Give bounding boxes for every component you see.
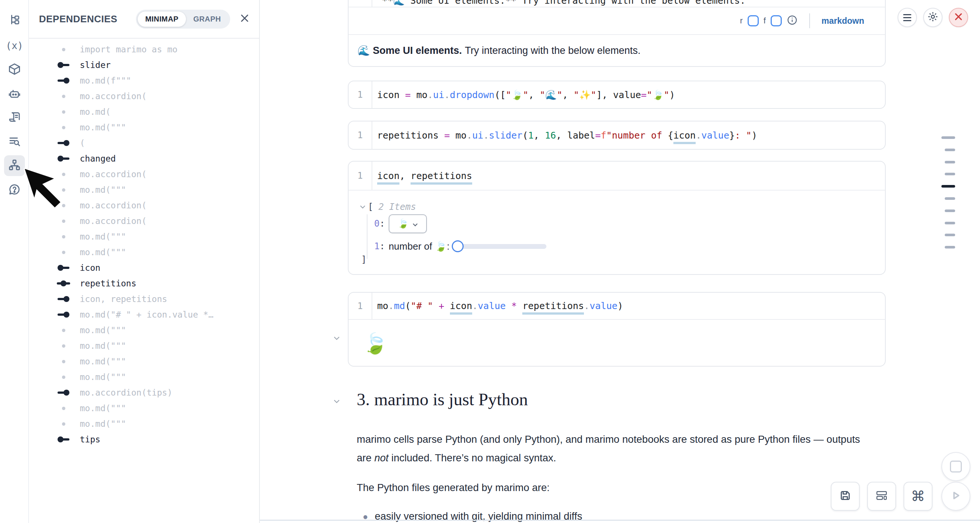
section-chevron-icon[interactable] bbox=[333, 398, 340, 405]
minimap-row[interactable]: mo.md(""" bbox=[29, 229, 259, 244]
minimap-row[interactable]: import marimo as mo bbox=[29, 41, 259, 57]
f-string-checkbox[interactable] bbox=[771, 15, 782, 26]
minimap-marker-use bbox=[50, 140, 77, 146]
ai-assistant-button[interactable] bbox=[4, 84, 25, 105]
minimap-row[interactable]: mo.accordion( bbox=[29, 88, 259, 104]
shutdown-button[interactable] bbox=[949, 8, 968, 27]
tree-collapse-chevron-icon[interactable] bbox=[360, 205, 366, 209]
scroll-dash[interactable] bbox=[945, 222, 955, 224]
scroll-dash[interactable] bbox=[945, 234, 955, 236]
logs-search-button[interactable] bbox=[4, 131, 25, 152]
scroll-dash[interactable] bbox=[945, 161, 955, 163]
snippets-button[interactable] bbox=[4, 107, 25, 128]
minimap-row-label: mo.md(""" bbox=[80, 325, 126, 335]
tuple-output-tree: [ 2 Items 0: 🍃 1: number of 🍃: ] bbox=[348, 191, 885, 275]
list-search-icon bbox=[8, 134, 21, 149]
dependencies-panel: DEPENDENCIES MINIMAP GRAPH import marimo… bbox=[29, 0, 260, 523]
minimap-row[interactable]: repetitions bbox=[29, 276, 259, 291]
minimap-row[interactable]: mo.md(""" bbox=[29, 400, 259, 416]
file-explorer-button[interactable] bbox=[4, 11, 25, 32]
save-button[interactable] bbox=[831, 482, 860, 511]
icon-rail: (x) bbox=[0, 0, 29, 523]
minimap-marker-none bbox=[50, 220, 77, 223]
keyboard-shortcuts-button[interactable]: ⌘ bbox=[904, 482, 932, 511]
scroll-icon bbox=[8, 110, 21, 125]
paragraph-1: marimo cells parse Python (and only Pyth… bbox=[357, 430, 877, 467]
minimap-row[interactable]: mo.accordion(tips) bbox=[29, 385, 259, 400]
dependencies-button[interactable] bbox=[4, 155, 25, 176]
language-badge[interactable]: markdown bbox=[821, 16, 864, 26]
tab-minimap[interactable]: MINIMAP bbox=[138, 11, 186, 27]
info-icon[interactable] bbox=[787, 14, 798, 27]
view-mode-tabs: MINIMAP GRAPH bbox=[136, 10, 230, 29]
slider-track[interactable] bbox=[455, 244, 546, 249]
minimap-row[interactable]: slider bbox=[29, 57, 259, 73]
minimap-row[interactable]: changed bbox=[29, 151, 259, 166]
minimap-row[interactable]: icon bbox=[29, 260, 259, 276]
minimap-marker-none bbox=[50, 95, 77, 98]
minimap-row[interactable]: mo.md(""" bbox=[29, 338, 259, 354]
scroll-dash[interactable] bbox=[942, 136, 955, 139]
minimap-row[interactable]: mo.md(""" bbox=[29, 354, 259, 369]
wave-emoji: 🌊 bbox=[358, 45, 370, 56]
scroll-dash[interactable] bbox=[945, 209, 955, 212]
scroll-dash-active[interactable] bbox=[942, 185, 955, 188]
tab-graph[interactable]: GRAPH bbox=[186, 11, 228, 27]
minimap-row[interactable]: mo.md(""" bbox=[29, 416, 259, 432]
cell2-code-line: icon = mo.ui.dropdown(["🍃", "🌊", "✨"], v… bbox=[372, 89, 675, 100]
output-chevron-icon[interactable] bbox=[333, 335, 340, 342]
line-number: 1 bbox=[348, 121, 372, 149]
scroll-dash[interactable] bbox=[945, 246, 955, 249]
minimap-row-label: tips bbox=[80, 435, 100, 444]
cell-md-heading[interactable]: 1 mo.md("# " + icon.value * repetitions.… bbox=[348, 292, 886, 367]
variables-button[interactable]: (x) bbox=[4, 35, 25, 56]
icon-dropdown-select[interactable]: 🍃 bbox=[389, 214, 427, 233]
minimap-row[interactable]: mo.md(""" bbox=[29, 369, 259, 385]
scroll-dash[interactable] bbox=[945, 148, 955, 151]
layout-toggle-button[interactable] bbox=[867, 482, 896, 511]
play-icon bbox=[950, 490, 961, 502]
repetitions-slider[interactable] bbox=[452, 240, 546, 253]
robot-icon bbox=[8, 87, 21, 102]
minimap-marker-none bbox=[50, 110, 77, 114]
slider-knob[interactable] bbox=[452, 240, 464, 252]
dependencies-panel-header: DEPENDENCIES MINIMAP GRAPH bbox=[29, 0, 259, 38]
minimap-row[interactable]: icon, repetitions bbox=[29, 291, 259, 307]
cell1-editor[interactable]: 1 **🌊 Some UI elements.** Try interactin… bbox=[348, 0, 885, 7]
minimap-row[interactable]: mo.md(""" bbox=[29, 322, 259, 338]
variables-icon: (x) bbox=[6, 40, 23, 51]
scroll-dash[interactable] bbox=[945, 173, 955, 175]
minimap-row-label: slider bbox=[80, 60, 111, 70]
cell-repetitions-slider[interactable]: 1 repetitions = mo.ui.slider(1, 16, labe… bbox=[348, 121, 886, 150]
markdown-toolbar: r f markdown bbox=[348, 8, 885, 34]
minimap-marker-none bbox=[50, 329, 77, 332]
minimap-row[interactable]: mo.md(""" bbox=[29, 244, 259, 260]
r-string-checkbox[interactable] bbox=[748, 15, 759, 26]
minimap-marker-none bbox=[50, 376, 77, 379]
scroll-dash[interactable] bbox=[945, 197, 955, 200]
cell-markdown-ui-elements[interactable]: 1 **🌊 Some UI elements.** Try interactin… bbox=[348, 0, 886, 67]
minimap-marker-def bbox=[50, 265, 77, 271]
panel-close-button[interactable] bbox=[238, 13, 251, 25]
output-rest-text: Try interacting with the below elements. bbox=[465, 45, 640, 56]
cell-icon-dropdown[interactable]: 1 icon = mo.ui.dropdown(["🍃", "🌊", "✨"],… bbox=[348, 81, 886, 109]
minimap-marker-def bbox=[50, 437, 77, 442]
line-number: 1 bbox=[348, 293, 372, 319]
packages-button[interactable] bbox=[4, 59, 25, 80]
stop-button[interactable] bbox=[942, 452, 970, 481]
file-tree-icon bbox=[8, 14, 21, 29]
minimap-row[interactable]: mo.md("# " + icon.value *… bbox=[29, 307, 259, 322]
minimap-row[interactable]: tips bbox=[29, 432, 259, 447]
minimap-row[interactable]: mo.accordion( bbox=[29, 213, 259, 229]
help-button[interactable] bbox=[4, 180, 25, 201]
run-button[interactable] bbox=[942, 482, 970, 511]
minimap-row[interactable]: mo.md( bbox=[29, 104, 259, 120]
help-bubble-icon bbox=[8, 183, 21, 198]
settings-button[interactable] bbox=[923, 8, 942, 27]
cell-icon-repetitions[interactable]: 1 icon, repetitions [ 2 Items 0: 🍃 1: nu… bbox=[348, 161, 886, 275]
minimap-row-label: mo.accordion( bbox=[80, 169, 146, 179]
minimap-row[interactable]: mo.md(""" bbox=[29, 120, 259, 135]
notebook-menu-button[interactable] bbox=[897, 8, 917, 27]
minimap-row[interactable]: ( bbox=[29, 135, 259, 151]
minimap-row[interactable]: mo.md(f""" bbox=[29, 73, 259, 88]
